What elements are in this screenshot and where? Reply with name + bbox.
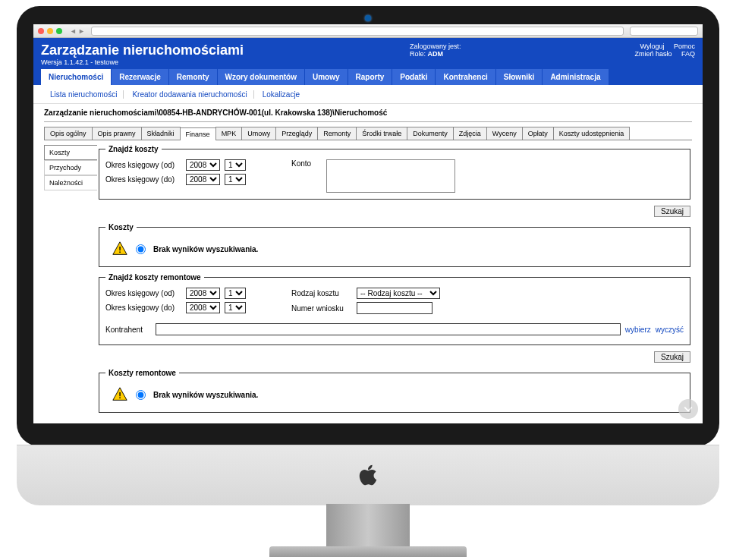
side-naleznosci[interactable]: Należności: [44, 175, 97, 190]
browser-search[interactable]: [630, 27, 698, 36]
period-to-label: Okres księgowy (do): [105, 175, 181, 184]
forward-icon[interactable]: ►: [78, 27, 85, 35]
nav-tab-remonty[interactable]: Remonty: [169, 69, 218, 85]
period-to-label-2: Okres księgowy (do): [105, 304, 181, 312]
month-from-select-2[interactable]: 1: [225, 288, 246, 299]
logged-label: Zalogowany jest:: [410, 42, 461, 50]
costs-results-legend: Koszty: [105, 223, 137, 231]
itab-wyceny[interactable]: Wyceny: [486, 127, 523, 140]
contractor-input[interactable]: [156, 323, 621, 335]
select-contractor-link[interactable]: wybierz: [625, 326, 651, 334]
svg-text:!: !: [118, 391, 121, 400]
search-button-2[interactable]: Szukaj: [654, 351, 690, 363]
itab-dokumenty[interactable]: Dokumenty: [407, 127, 454, 140]
url-bar[interactable]: [91, 27, 624, 36]
subnav-lokalizacje[interactable]: Lokalizacje: [256, 90, 306, 99]
cost-type-label: Rodzaj kosztu: [291, 289, 352, 297]
itab-przeglady[interactable]: Przeglądy: [275, 127, 318, 140]
month-to-select-2[interactable]: 1: [225, 302, 246, 313]
maximize-window-icon[interactable]: [56, 28, 62, 34]
cost-type-select[interactable]: -- Rodzaj kosztu --: [357, 288, 440, 299]
logout-link[interactable]: Wyloguj: [640, 42, 665, 50]
app-version: Wersja 1.1.42.1 - testowe: [41, 58, 244, 66]
nav-tab-rezerwacje[interactable]: Rezerwacje: [112, 69, 168, 85]
no-results-radio-1[interactable]: [136, 244, 146, 254]
konto-listbox[interactable]: [326, 159, 455, 193]
itab-srodki[interactable]: Środki trwałe: [356, 127, 407, 140]
year-from-select-2[interactable]: 2008: [186, 288, 220, 299]
breadcrumb: Zarządzanie nieruchomościami\00854-HB-AN…: [44, 109, 692, 122]
side-przychody[interactable]: Przychody: [44, 160, 97, 175]
month-to-select[interactable]: 1: [225, 174, 246, 185]
nav-tab-administracja[interactable]: Administracja: [543, 69, 609, 85]
monitor-stand: [326, 504, 410, 549]
close-window-icon[interactable]: [38, 28, 44, 34]
camera-dot: [365, 15, 371, 21]
itab-remonty[interactable]: Remonty: [317, 127, 357, 140]
search-button-1[interactable]: Szukaj: [654, 206, 690, 217]
itab-oplaty[interactable]: Opłaty: [522, 127, 554, 140]
itab-finanse[interactable]: Finanse: [180, 127, 216, 140]
nav-tab-nieruchomosci[interactable]: Nieruchomości: [41, 69, 112, 85]
konto-label: Konto: [291, 159, 311, 168]
main-nav: Nieruchomości Rezerwacje Remonty Wzory d…: [33, 66, 703, 85]
scroll-down-icon[interactable]: [678, 399, 698, 419]
find-costs-fieldset: Znajdź koszty Okres księgowy (od) 2008 1: [99, 145, 690, 200]
role-value: ADM: [428, 50, 444, 58]
nav-tab-umowy[interactable]: Umowy: [305, 69, 348, 85]
sub-nav: Lista nieruchomości Kreator dodawania ni…: [33, 85, 703, 104]
nav-tab-podatki[interactable]: Podatki: [392, 69, 436, 85]
subnav-kreator[interactable]: Kreator dodawania nieruchomości: [126, 90, 253, 99]
nav-tab-slowniki[interactable]: Słowniki: [496, 69, 543, 85]
app-title: Zarządzanie nieruchomościami: [41, 42, 244, 58]
side-menu: Koszty Przychody Należności: [44, 140, 97, 423]
inner-tabs: Opis ogólny Opis prawny Składniki Finans…: [44, 127, 692, 140]
year-to-select[interactable]: 2008: [186, 174, 220, 185]
contractor-label: Kontrahent: [105, 326, 151, 334]
monitor-base: [269, 546, 467, 557]
itab-koszty-udost[interactable]: Koszty udostępnienia: [553, 127, 631, 140]
no-results-msg-1: Brak wyników wyszukiwania.: [153, 245, 258, 253]
itab-skladniki[interactable]: Składniki: [141, 127, 181, 140]
nav-tab-wzory[interactable]: Wzory dokumentów: [218, 69, 305, 85]
repair-costs-results-legend: Koszty remontowe: [105, 369, 179, 377]
traffic-lights: [38, 28, 62, 34]
subnav-lista[interactable]: Lista nieruchomości: [44, 90, 124, 99]
year-to-select-2[interactable]: 2008: [186, 302, 220, 313]
costs-results-fieldset: Koszty ! Brak wyników wyszukiwania.: [99, 223, 690, 267]
month-from-select[interactable]: 1: [225, 159, 246, 171]
year-from-select[interactable]: 2008: [186, 159, 220, 171]
request-no-input[interactable]: [357, 302, 432, 314]
request-no-label: Numer wniosku: [291, 304, 352, 313]
repair-costs-results-fieldset: Koszty remontowe ! Brak wyników wyszukiw…: [99, 369, 690, 413]
faq-link[interactable]: FAQ: [681, 50, 695, 58]
login-info: Zalogowany jest: Role: ADM: [410, 42, 461, 66]
itab-zdjecia[interactable]: Zdjęcia: [453, 127, 487, 140]
role-label: Role:: [410, 50, 426, 58]
find-costs-legend: Znajdź koszty: [105, 145, 162, 153]
nav-tab-kontrahenci[interactable]: Kontrahenci: [436, 69, 495, 85]
browser-nav: ◄ ►: [70, 27, 85, 35]
itab-mpk[interactable]: MPK: [215, 127, 243, 140]
period-from-label: Okres księgowy (od): [105, 161, 181, 169]
clear-contractor-link[interactable]: wyczyść: [656, 326, 684, 334]
itab-umowy[interactable]: Umowy: [241, 127, 276, 140]
change-password-link[interactable]: Zmień hasło: [634, 50, 672, 58]
no-results-msg-2: Brak wyników wyszukiwania.: [153, 391, 258, 399]
back-icon[interactable]: ◄: [70, 27, 77, 35]
browser-chrome: ◄ ►: [33, 24, 703, 38]
nav-tab-raporty[interactable]: Raporty: [348, 69, 393, 85]
itab-opis-ogolny[interactable]: Opis ogólny: [44, 127, 93, 140]
help-link[interactable]: Pomoc: [674, 42, 695, 50]
side-koszty[interactable]: Koszty: [44, 145, 97, 160]
find-repair-costs-fieldset: Znajdź koszty remontowe Okres księgowy (…: [99, 273, 690, 345]
find-repair-costs-legend: Znajdź koszty remontowe: [105, 273, 204, 282]
period-from-label-2: Okres księgowy (od): [105, 289, 181, 297]
warning-icon: !: [112, 241, 128, 257]
itab-opis-prawny[interactable]: Opis prawny: [92, 127, 142, 140]
no-results-radio-2[interactable]: [136, 390, 146, 400]
warning-icon: !: [112, 386, 128, 403]
app-header: Zarządzanie nieruchomościami Wersja 1.1.…: [33, 38, 703, 66]
minimize-window-icon[interactable]: [47, 28, 53, 34]
monitor-chin: [17, 445, 719, 505]
